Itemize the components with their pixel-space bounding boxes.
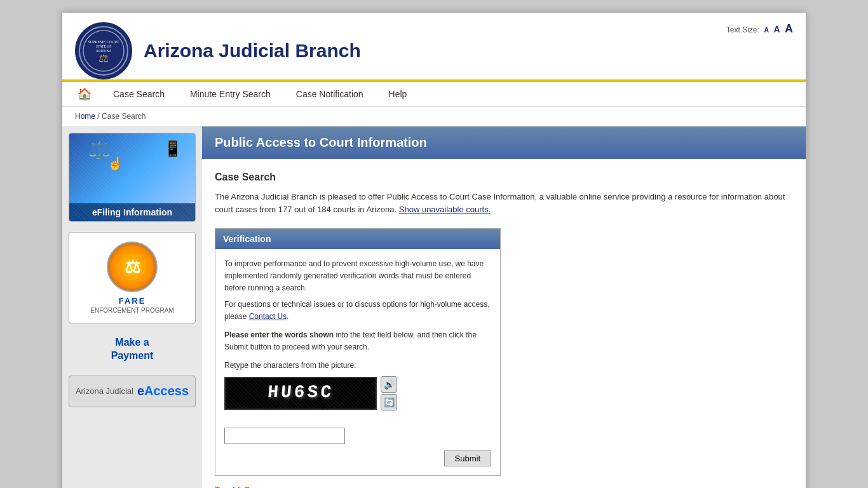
intro-text: The Arizona Judicial Branch is pleased t…: [215, 191, 793, 215]
breadcrumb: Home / Case Search: [62, 107, 806, 126]
eaccess-logo: eAccess: [137, 384, 189, 398]
text-size-large[interactable]: A: [785, 22, 793, 35]
verification-instruction: Please enter the words shown into the te…: [224, 329, 491, 353]
text-size-controls: Text Size: A A A: [726, 22, 793, 42]
verification-header: Verification: [215, 229, 500, 249]
nav-bar: 🏠 Case Search Minute Entry Search Case N…: [62, 82, 806, 107]
sidebar: ⚖️ 📱 ☝️ eFiling Information ⚖ FARE ENFOR…: [62, 126, 202, 488]
content-area: ⚖️ 📱 ☝️ eFiling Information ⚖ FARE ENFOR…: [62, 126, 806, 488]
header-left: SUPREME COURT STATE OF ARIZONA ⚖ Arizona…: [75, 22, 361, 79]
eaccess-banner[interactable]: Arizona Judicial eAccess: [69, 376, 196, 407]
main-content: Public Access to Court Information Case …: [202, 126, 806, 488]
contact-us-link[interactable]: Contact Us: [249, 312, 287, 321]
captcha-label: Retype the characters from the picture:: [224, 360, 491, 372]
submit-button[interactable]: Submit: [444, 451, 491, 466]
eaccess-arizona-label: Arizona Judicial: [76, 386, 133, 396]
nav-case-search[interactable]: Case Search: [100, 83, 177, 105]
verification-body: To improve performance and to prevent ex…: [215, 249, 500, 475]
site-title: Arizona Judicial Branch: [144, 40, 361, 62]
breadcrumb-home[interactable]: Home: [75, 112, 95, 121]
verification-box: Verification To improve performance and …: [215, 228, 501, 476]
captcha-text: HU6SC: [266, 379, 335, 407]
page-title: Public Access to Court Information: [202, 126, 806, 159]
svg-text:⚖: ⚖: [98, 52, 109, 65]
captcha-audio-button[interactable]: 🔊: [381, 376, 397, 393]
nav-case-notification[interactable]: Case Notification: [283, 83, 376, 105]
nav-help[interactable]: Help: [376, 83, 420, 105]
submit-row: Submit: [224, 451, 491, 466]
captcha-refresh-button[interactable]: 🔄: [381, 394, 397, 410]
fare-label: FARE: [76, 296, 189, 306]
efiling-banner[interactable]: ⚖️ 📱 ☝️ eFiling Information: [69, 133, 196, 222]
site-logo: SUPREME COURT STATE OF ARIZONA ⚖: [75, 22, 132, 79]
site-header: SUPREME COURT STATE OF ARIZONA ⚖ Arizona…: [62, 13, 806, 82]
verification-body-text: To improve performance and to prevent ex…: [224, 258, 491, 295]
main-inner: Case Search The Arizona Judicial Branch …: [202, 159, 806, 488]
breadcrumb-current: Case Search: [102, 112, 146, 121]
captcha-row: HU6SC 🔊 🔄: [224, 376, 491, 410]
svg-text:STATE OF: STATE OF: [96, 44, 111, 48]
captcha-input[interactable]: [224, 428, 345, 444]
fare-banner[interactable]: ⚖ FARE ENFORCEMENT PROGRAM: [69, 232, 196, 323]
make-payment-text[interactable]: Make a Payment: [69, 334, 196, 365]
text-size-medium[interactable]: A: [774, 24, 780, 34]
breadcrumb-separator: /: [97, 112, 99, 121]
captcha-icons: 🔊 🔄: [381, 376, 397, 410]
nav-home-button[interactable]: 🏠: [69, 82, 100, 106]
fare-logo: ⚖: [107, 241, 158, 292]
text-size-label: Text Size:: [726, 25, 759, 34]
trouble-title: Trouble?: [215, 485, 793, 488]
trouble-section: Trouble? If you are having problems subm…: [215, 485, 793, 488]
captcha-image: HU6SC: [224, 377, 377, 410]
text-size-small[interactable]: A: [764, 26, 769, 34]
fare-sublabel: ENFORCEMENT PROGRAM: [76, 307, 189, 314]
nav-minute-entry-search[interactable]: Minute Entry Search: [177, 83, 283, 105]
section-title: Case Search: [215, 172, 793, 183]
svg-text:SUPREME COURT: SUPREME COURT: [88, 40, 119, 44]
verification-contact-text: For questions or technical issues or to …: [224, 299, 491, 323]
show-unavailable-link[interactable]: Show unavailable courts.: [399, 205, 491, 214]
